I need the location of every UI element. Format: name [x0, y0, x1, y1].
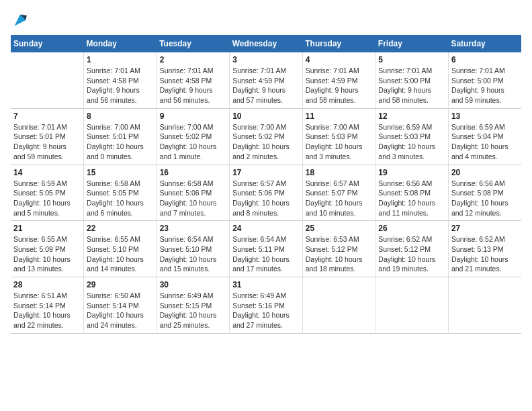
calendar-cell: 15Sunrise: 6:58 AM Sunset: 5:05 PM Dayli…	[84, 165, 157, 221]
day-info: Sunrise: 6:56 AM Sunset: 5:08 PM Dayligh…	[378, 179, 445, 218]
day-info: Sunrise: 6:58 AM Sunset: 5:06 PM Dayligh…	[160, 179, 227, 218]
day-info: Sunrise: 7:01 AM Sunset: 4:59 PM Dayligh…	[306, 66, 373, 105]
day-number: 31	[232, 280, 300, 289]
day-info: Sunrise: 6:49 AM Sunset: 5:16 PM Dayligh…	[232, 291, 300, 330]
calendar-cell: 4Sunrise: 7:01 AM Sunset: 4:59 PM Daylig…	[302, 52, 375, 108]
calendar-cell: 10Sunrise: 7:00 AM Sunset: 5:02 PM Dayli…	[230, 108, 303, 165]
day-info: Sunrise: 6:57 AM Sunset: 5:07 PM Dayligh…	[306, 179, 373, 218]
day-number: 17	[232, 168, 300, 177]
calendar-table: SundayMondayTuesdayWednesdayThursdayFrid…	[11, 35, 521, 334]
week-row-5: 28Sunrise: 6:51 AM Sunset: 5:14 PM Dayli…	[11, 277, 521, 334]
day-info: Sunrise: 6:57 AM Sunset: 5:06 PM Dayligh…	[232, 179, 300, 218]
day-info: Sunrise: 6:59 AM Sunset: 5:04 PM Dayligh…	[451, 122, 519, 162]
calendar-cell: 28Sunrise: 6:51 AM Sunset: 5:14 PM Dayli…	[11, 277, 84, 334]
calendar-cell: 11Sunrise: 7:00 AM Sunset: 5:03 PM Dayli…	[302, 108, 375, 165]
day-info: Sunrise: 6:53 AM Sunset: 5:12 PM Dayligh…	[306, 234, 373, 274]
day-info: Sunrise: 7:00 AM Sunset: 5:01 PM Dayligh…	[87, 122, 154, 162]
day-number: 16	[160, 168, 227, 177]
week-row-4: 21Sunrise: 6:55 AM Sunset: 5:09 PM Dayli…	[11, 221, 521, 277]
week-row-1: 1Sunrise: 7:01 AM Sunset: 4:58 PM Daylig…	[11, 52, 521, 108]
day-number: 26	[378, 224, 445, 233]
calendar-cell: 22Sunrise: 6:55 AM Sunset: 5:10 PM Dayli…	[84, 221, 157, 277]
day-number: 4	[306, 55, 373, 64]
day-number: 15	[87, 168, 154, 177]
calendar-cell: 20Sunrise: 6:56 AM Sunset: 5:08 PM Dayli…	[448, 165, 521, 221]
day-number: 5	[378, 55, 445, 64]
day-info: Sunrise: 6:54 AM Sunset: 5:11 PM Dayligh…	[232, 234, 300, 274]
calendar-cell: 24Sunrise: 6:54 AM Sunset: 5:11 PM Dayli…	[230, 221, 303, 277]
day-info: Sunrise: 6:52 AM Sunset: 5:13 PM Dayligh…	[451, 234, 519, 274]
day-number: 27	[451, 224, 519, 233]
weekday-header-saturday: Saturday	[448, 35, 521, 52]
calendar-cell: 2Sunrise: 7:01 AM Sunset: 4:58 PM Daylig…	[157, 52, 230, 108]
day-number: 19	[378, 168, 445, 177]
calendar-cell: 13Sunrise: 6:59 AM Sunset: 5:04 PM Dayli…	[448, 108, 521, 165]
day-info: Sunrise: 7:01 AM Sunset: 5:00 PM Dayligh…	[451, 66, 519, 105]
day-info: Sunrise: 7:00 AM Sunset: 5:02 PM Dayligh…	[232, 122, 300, 162]
day-number: 23	[160, 224, 227, 233]
day-info: Sunrise: 7:01 AM Sunset: 4:58 PM Dayligh…	[160, 66, 227, 105]
calendar-cell: 17Sunrise: 6:57 AM Sunset: 5:06 PM Dayli…	[230, 165, 303, 221]
week-row-2: 7Sunrise: 7:01 AM Sunset: 5:01 PM Daylig…	[11, 108, 521, 165]
logo-icon	[11, 11, 30, 30]
calendar-cell: 5Sunrise: 7:01 AM Sunset: 5:00 PM Daylig…	[375, 52, 449, 108]
day-info: Sunrise: 7:00 AM Sunset: 5:03 PM Dayligh…	[306, 122, 373, 162]
day-number: 7	[13, 111, 81, 121]
logo	[11, 11, 31, 30]
day-number: 8	[87, 111, 154, 121]
calendar-cell: 29Sunrise: 6:50 AM Sunset: 5:14 PM Dayli…	[84, 277, 157, 334]
calendar-cell: 21Sunrise: 6:55 AM Sunset: 5:09 PM Dayli…	[11, 221, 84, 277]
day-number: 24	[232, 224, 300, 233]
day-info: Sunrise: 6:55 AM Sunset: 5:10 PM Dayligh…	[87, 234, 154, 274]
calendar-cell: 25Sunrise: 6:53 AM Sunset: 5:12 PM Dayli…	[302, 221, 375, 277]
day-info: Sunrise: 6:52 AM Sunset: 5:12 PM Dayligh…	[378, 234, 445, 274]
weekday-header-thursday: Thursday	[302, 35, 375, 52]
calendar-cell: 26Sunrise: 6:52 AM Sunset: 5:12 PM Dayli…	[375, 221, 449, 277]
calendar-body: 1Sunrise: 7:01 AM Sunset: 4:58 PM Daylig…	[11, 52, 521, 333]
day-number: 2	[160, 55, 227, 64]
calendar-cell	[375, 277, 449, 334]
page-header	[11, 11, 521, 30]
day-info: Sunrise: 7:01 AM Sunset: 5:00 PM Dayligh…	[378, 66, 445, 105]
calendar-cell: 30Sunrise: 6:49 AM Sunset: 5:15 PM Dayli…	[157, 277, 230, 334]
calendar-cell: 12Sunrise: 6:59 AM Sunset: 5:03 PM Dayli…	[375, 108, 449, 165]
day-number: 28	[13, 280, 81, 289]
calendar-cell: 31Sunrise: 6:49 AM Sunset: 5:16 PM Dayli…	[230, 277, 303, 334]
week-row-3: 14Sunrise: 6:59 AM Sunset: 5:05 PM Dayli…	[11, 165, 521, 221]
day-number: 3	[232, 55, 300, 64]
day-number: 20	[451, 168, 519, 177]
day-info: Sunrise: 7:01 AM Sunset: 4:59 PM Dayligh…	[232, 66, 300, 105]
day-number: 13	[451, 111, 519, 121]
weekday-header-wednesday: Wednesday	[230, 35, 303, 52]
day-number: 29	[87, 280, 154, 289]
day-number: 21	[13, 224, 81, 233]
day-number: 11	[306, 111, 373, 121]
day-info: Sunrise: 6:56 AM Sunset: 5:08 PM Dayligh…	[451, 179, 519, 218]
day-info: Sunrise: 6:55 AM Sunset: 5:09 PM Dayligh…	[13, 234, 81, 274]
day-number: 25	[306, 224, 373, 233]
calendar-cell: 9Sunrise: 7:00 AM Sunset: 5:02 PM Daylig…	[157, 108, 230, 165]
calendar-cell: 23Sunrise: 6:54 AM Sunset: 5:10 PM Dayli…	[157, 221, 230, 277]
day-info: Sunrise: 6:51 AM Sunset: 5:14 PM Dayligh…	[13, 291, 81, 330]
day-info: Sunrise: 6:58 AM Sunset: 5:05 PM Dayligh…	[87, 179, 154, 218]
calendar-cell: 18Sunrise: 6:57 AM Sunset: 5:07 PM Dayli…	[302, 165, 375, 221]
day-number: 10	[232, 111, 300, 121]
day-info: Sunrise: 6:54 AM Sunset: 5:10 PM Dayligh…	[160, 234, 227, 274]
day-info: Sunrise: 7:00 AM Sunset: 5:02 PM Dayligh…	[160, 122, 227, 162]
calendar-cell: 8Sunrise: 7:00 AM Sunset: 5:01 PM Daylig…	[84, 108, 157, 165]
calendar-cell: 16Sunrise: 6:58 AM Sunset: 5:06 PM Dayli…	[157, 165, 230, 221]
day-number: 9	[160, 111, 227, 121]
calendar-cell: 19Sunrise: 6:56 AM Sunset: 5:08 PM Dayli…	[375, 165, 449, 221]
weekday-header-friday: Friday	[375, 35, 449, 52]
calendar-cell: 14Sunrise: 6:59 AM Sunset: 5:05 PM Dayli…	[11, 165, 84, 221]
day-number: 22	[87, 224, 154, 233]
calendar-cell: 7Sunrise: 7:01 AM Sunset: 5:01 PM Daylig…	[11, 108, 84, 165]
weekday-header-tuesday: Tuesday	[157, 35, 230, 52]
calendar-cell	[302, 277, 375, 334]
day-info: Sunrise: 7:01 AM Sunset: 4:58 PM Dayligh…	[87, 66, 154, 105]
calendar-header: SundayMondayTuesdayWednesdayThursdayFrid…	[11, 35, 521, 52]
day-number: 12	[378, 111, 445, 121]
day-number: 14	[13, 168, 81, 177]
day-info: Sunrise: 6:59 AM Sunset: 5:05 PM Dayligh…	[13, 179, 81, 218]
calendar-cell: 1Sunrise: 7:01 AM Sunset: 4:58 PM Daylig…	[84, 52, 157, 108]
